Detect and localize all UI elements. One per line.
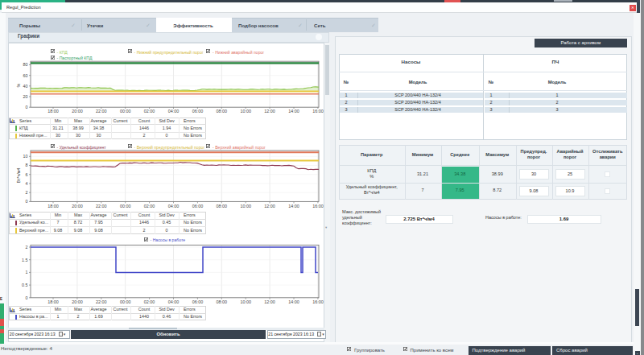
svg-text:0: 0 [26,105,28,109]
svg-text:20:00: 20:00 [72,299,83,304]
svg-text:04:00: 04:00 [168,299,180,304]
svg-text:02:00: 02:00 [144,204,155,208]
svg-text:06:00: 06:00 [192,204,204,208]
svg-text:40: 40 [23,84,28,89]
svg-text:1.5: 1.5 [22,258,28,262]
svg-text:%: % [16,83,21,87]
svg-text:22:00: 22:00 [96,109,107,114]
svg-text:12:00: 12:00 [264,204,275,208]
svg-text:4: 4 [26,181,28,186]
svg-text:22:00: 22:00 [96,299,107,304]
svg-text:14:00: 14:00 [288,109,299,114]
svg-text:0: 0 [26,295,28,300]
svg-text:06:00: 06:00 [192,299,204,304]
svg-text:10:00: 10:00 [240,299,251,304]
svg-text:00:00: 00:00 [120,109,131,114]
svg-text:22:00: 22:00 [96,204,107,208]
svg-text:10: 10 [23,154,28,159]
svg-text:18:00: 18:00 [47,109,59,114]
svg-text:60: 60 [23,73,28,78]
svg-text:14:00: 14:00 [288,204,299,208]
svg-text:18:00: 18:00 [47,204,59,208]
svg-text:08:00: 08:00 [217,109,228,114]
svg-text:20:00: 20:00 [72,204,83,208]
svg-text:18:00: 18:00 [47,299,59,304]
svg-text:08:00: 08:00 [217,299,228,304]
svg-text:00:00: 00:00 [120,204,131,208]
svg-text:12:00: 12:00 [264,109,275,114]
svg-text:10:00: 10:00 [240,109,251,114]
svg-text:20: 20 [23,94,28,99]
svg-text:02:00: 02:00 [144,109,155,114]
svg-text:14:00: 14:00 [288,299,299,304]
svg-text:20:00: 20:00 [72,109,83,114]
svg-text:Вт*ч/м4: Вт*ч/м4 [16,168,21,184]
svg-text:04:00: 04:00 [168,109,180,114]
svg-text:16:00: 16:00 [312,204,324,208]
svg-text:10:00: 10:00 [240,204,251,208]
svg-text:06:00: 06:00 [192,109,204,114]
svg-text:2: 2 [26,245,28,250]
svg-text:16:00: 16:00 [312,299,324,304]
svg-text:80: 80 [23,62,28,67]
svg-text:08:00: 08:00 [217,204,228,208]
svg-text:12:00: 12:00 [264,299,275,304]
svg-text:16:00: 16:00 [312,109,324,114]
svg-text:0.5: 0.5 [22,283,28,287]
svg-text:2: 2 [26,190,28,195]
svg-text:0: 0 [26,199,28,204]
svg-text:8: 8 [26,163,28,167]
svg-text:02:00: 02:00 [144,299,155,304]
svg-text:6: 6 [26,172,28,177]
svg-text:1: 1 [26,270,28,275]
svg-text:00:00: 00:00 [120,299,131,304]
svg-text:04:00: 04:00 [168,204,180,208]
